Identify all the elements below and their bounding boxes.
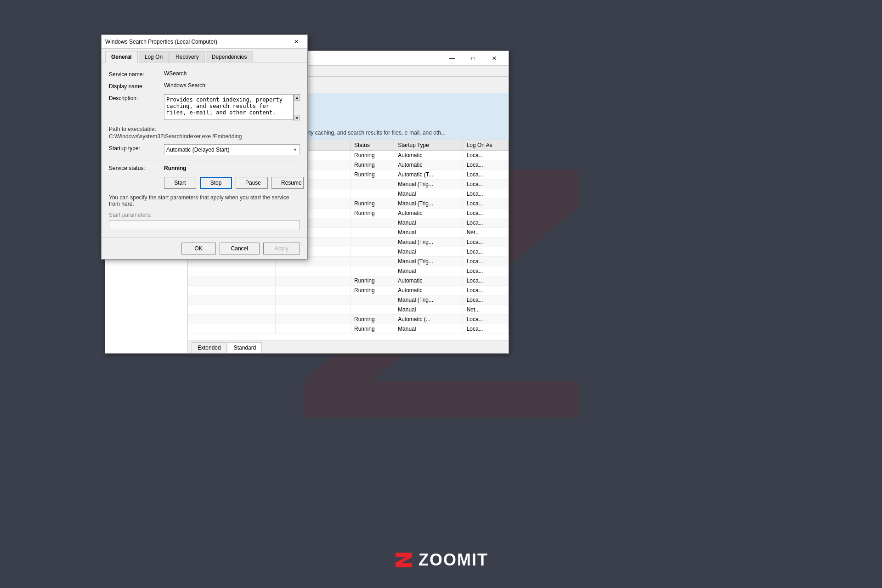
description-textarea[interactable]: Provides content indexing, property cach… xyxy=(164,94,294,120)
start-params-label: Start parameters: xyxy=(109,212,300,218)
service-name-value: WSearch xyxy=(164,70,300,77)
start-params-input[interactable] xyxy=(109,220,300,230)
description-label: Description: xyxy=(109,94,164,102)
zoomit-logo: ZOOMIT xyxy=(394,550,488,570)
service-status-row: Service status: Running xyxy=(109,165,300,171)
service-name-label: Service name: xyxy=(109,70,164,78)
startup-type-label: Startup type: xyxy=(109,144,164,152)
cancel-button[interactable]: Cancel xyxy=(220,243,260,254)
tab-general[interactable]: General xyxy=(105,51,138,63)
startup-type-select[interactable]: Automatic (Delayed Start) Automatic Manu… xyxy=(164,144,300,155)
resume-button[interactable]: Resume xyxy=(271,177,304,189)
ok-button[interactable]: OK xyxy=(181,243,216,254)
stop-button[interactable]: Stop xyxy=(200,177,232,189)
dialog-title-bar: Windows Search Properties (Local Compute… xyxy=(102,35,307,49)
hint-text: You can specify the start parameters tha… xyxy=(109,194,300,207)
dialog-close-button[interactable]: ✕ xyxy=(289,35,304,49)
description-row: Description: Provides content indexing, … xyxy=(109,94,300,121)
path-value: C:\Windows\system32\SearchIndexer.exe /E… xyxy=(109,133,300,140)
display-name-label: Display name: xyxy=(109,82,164,90)
startup-type-row: Startup type: Automatic (Delayed Start) … xyxy=(109,144,300,155)
startup-type-select-wrapper: Automatic (Delayed Start) Automatic Manu… xyxy=(164,144,300,155)
properties-dialog: Windows Search Properties (Local Compute… xyxy=(101,34,308,260)
pause-button[interactable]: Pause xyxy=(236,177,268,189)
dialog-title: Windows Search Properties (Local Compute… xyxy=(105,39,289,45)
zoomit-logo-icon xyxy=(394,551,414,569)
service-buttons: Start Stop Pause Resume xyxy=(109,177,300,189)
svg-marker-5 xyxy=(396,553,412,567)
dialog-buttons: OK Cancel Apply xyxy=(102,237,307,259)
scrollbar-down-button[interactable]: ▼ xyxy=(294,115,300,121)
dialog-tabs: General Log On Recovery Dependencies xyxy=(102,49,307,63)
description-scrollbar: ▲ ▼ xyxy=(294,94,300,121)
tab-logon[interactable]: Log On xyxy=(139,51,169,63)
description-textarea-wrapper: Provides content indexing, property cach… xyxy=(164,94,300,121)
start-button[interactable]: Start xyxy=(164,177,196,189)
zoomit-brand-text: ZOOMIT xyxy=(418,550,488,570)
service-status-label: Service status: xyxy=(109,165,164,171)
apply-button[interactable]: Apply xyxy=(263,243,300,254)
service-status-value: Running xyxy=(164,165,187,171)
service-name-row: Service name: WSearch xyxy=(109,70,300,78)
path-group: Path to executable: C:\Windows\system32\… xyxy=(109,126,300,140)
dialog-overlay: Windows Search Properties (Local Compute… xyxy=(0,0,882,588)
start-params-row: Start parameters: xyxy=(109,212,300,230)
scrollbar-up-button[interactable]: ▲ xyxy=(294,94,300,101)
path-label: Path to executable: xyxy=(109,126,300,132)
display-name-value: Windows Search xyxy=(164,82,300,89)
divider xyxy=(109,160,300,160)
dialog-content: Service name: WSearch Display name: Wind… xyxy=(102,63,307,237)
display-name-row: Display name: Windows Search xyxy=(109,82,300,90)
tab-recovery[interactable]: Recovery xyxy=(170,51,205,63)
tab-dependencies[interactable]: Dependencies xyxy=(206,51,253,63)
